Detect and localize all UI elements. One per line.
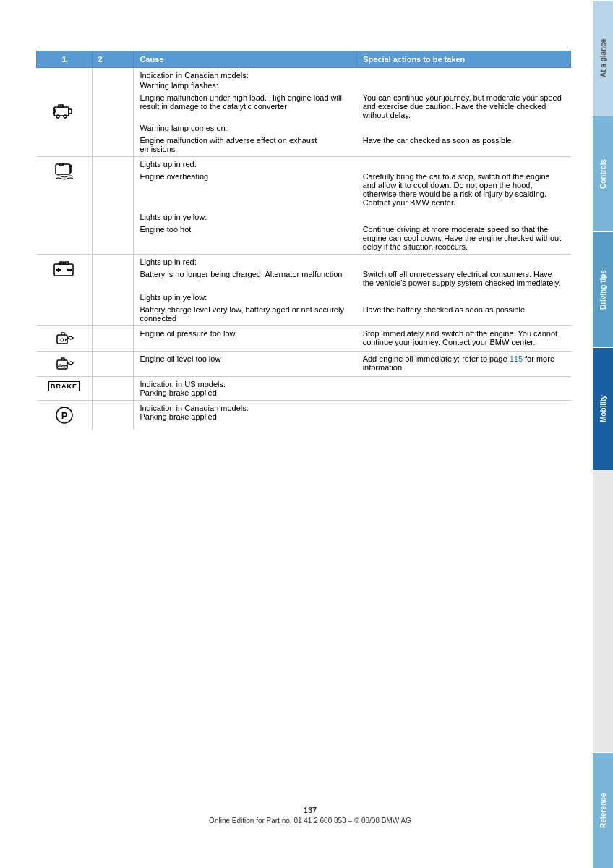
battery-icon (53, 260, 76, 278)
icon-cell-oil-pressure (37, 326, 93, 352)
table-row: BRAKE Indication in US models: Parking b… (37, 377, 571, 401)
icon-cell-battery (37, 255, 93, 326)
engine-check-icon (53, 102, 76, 121)
action-lights-yellow-2 (357, 290, 571, 302)
cause-engine-overheat: Engine overheating (134, 169, 357, 210)
table-row: P Indication in Canadian models: Parking… (37, 401, 571, 430)
cause-battery-charge-low: Battery charge level very low, battery a… (134, 302, 357, 326)
cause-brake-us: Indication in US models: Parking brake a… (134, 377, 357, 401)
action-brake-canada (357, 401, 571, 430)
cause-lights-red-1: Lights up in red: (134, 157, 357, 170)
col2-brake-us (92, 377, 134, 401)
header-action: Special actions to be taken (357, 51, 571, 68)
action-lights-red-1 (357, 157, 571, 170)
table-row: Lights up in red: (37, 255, 571, 268)
action-engine-malfunction-1: You can continue your journey, but moder… (357, 90, 571, 122)
sidebar-tab-controls[interactable]: Controls (593, 116, 613, 231)
sidebar-tab-mobility[interactable]: Mobility (593, 347, 613, 470)
cause-lights-yellow-1: Lights up in yellow: (134, 210, 357, 222)
header-col2: 2 (92, 51, 134, 68)
action-lights-yellow-1 (357, 210, 571, 222)
footer-text: Online Edition for Part no. 01 41 2 600 … (36, 817, 584, 825)
svg-point-5 (64, 115, 67, 118)
warning-table: 1 2 Cause Special actions to be taken (36, 51, 571, 430)
table-row: Indication in Canadian models: (37, 68, 571, 81)
icon-cell-oil-level (37, 352, 93, 377)
action-battery-not-charged: Switch off all unnecessary electrical co… (357, 267, 571, 290)
svg-rect-12 (65, 262, 69, 265)
page-link-115[interactable]: 115 (510, 354, 523, 363)
brake-text-icon: BRAKE (48, 381, 80, 391)
sidebar: At a glance Controls Driving tips Mobili… (593, 0, 613, 868)
svg-point-4 (56, 115, 59, 118)
table-row: Lights up in red: (37, 157, 571, 170)
sidebar-tab-reference[interactable]: Reference (593, 752, 613, 868)
action-canada-heading (357, 68, 571, 81)
action-oil-level: Add engine oil immediately; refer to pag… (357, 352, 571, 377)
cause-engine-exhaust: Engine malfunction with adverse effect o… (134, 133, 357, 157)
engine-temp-icon (53, 163, 76, 183)
col2-engine-check (92, 68, 134, 157)
action-oil-pressure: Stop immediately and switch off the engi… (357, 326, 571, 352)
action-engine-overheat: Carefully bring the car to a stop, switc… (357, 169, 571, 210)
cause-lights-yellow-2: Lights up in yellow: (134, 290, 357, 302)
col2-engine-temp (92, 157, 134, 255)
svg-text:P: P (61, 410, 67, 421)
oil-pressure-icon (53, 329, 76, 346)
svg-point-16 (61, 339, 64, 341)
sidebar-tab-at-glance[interactable]: At a glance (593, 0, 613, 116)
cause-engine-too-hot: Engine too hot (134, 222, 357, 255)
action-warning-on (357, 122, 571, 133)
cause-canada-heading: Indication in Canadian models: (134, 68, 357, 81)
action-warning-flash (357, 80, 571, 90)
oil-level-icon (53, 354, 76, 372)
action-engine-exhaust: Have the car checked as soon as possible… (357, 133, 571, 157)
action-lights-red-2 (357, 255, 571, 268)
table-row: Engine oil level too low Add engine oil … (37, 352, 571, 377)
action-engine-too-hot: Continue driving at more moderate speed … (357, 222, 571, 255)
page-number: 137 (36, 806, 584, 814)
page-container: At a glance Controls Driving tips Mobili… (0, 0, 613, 868)
cause-warning-on: Warning lamp comes on: (134, 122, 357, 133)
action-battery-charge-low: Have the battery checked as soon as poss… (357, 302, 571, 326)
header-col1: 1 (37, 51, 93, 68)
svg-rect-1 (59, 105, 63, 108)
icon-cell-engine-check (37, 68, 93, 157)
icon-cell-brake-us: BRAKE (37, 377, 93, 401)
col2-brake-canada (92, 401, 134, 430)
cause-brake-canada: Indication in Canadian models: Parking b… (134, 401, 357, 430)
svg-rect-0 (54, 107, 69, 116)
cause-battery-not-charged: Battery is no longer being charged. Alte… (134, 267, 357, 290)
table-row: Engine oil pressure too low Stop immedia… (37, 326, 571, 352)
brake-circle-icon: P (54, 405, 74, 425)
col2-oil-level (92, 352, 134, 377)
cause-engine-malfunction-1: Engine malfunction under high load. High… (134, 90, 357, 122)
page-footer: 137 Online Edition for Part no. 01 41 2 … (36, 806, 584, 825)
cause-oil-pressure: Engine oil pressure too low (134, 326, 357, 352)
header-cause: Cause (134, 51, 357, 68)
cause-warning-flash: Warning lamp flashes: (134, 80, 357, 90)
sidebar-tab-driving[interactable]: Driving tips (593, 231, 613, 347)
svg-rect-2 (69, 109, 72, 114)
col2-battery (92, 255, 134, 326)
cause-lights-red-2: Lights up in red: (134, 255, 357, 268)
sidebar-spacer (593, 470, 613, 752)
icon-cell-brake-canada: P (37, 401, 93, 430)
action-brake-us (357, 377, 571, 401)
icon-cell-engine-temp (37, 157, 93, 255)
main-content: 1 2 Cause Special actions to be taken (0, 0, 593, 459)
svg-rect-11 (60, 262, 64, 265)
cause-oil-level: Engine oil level too low (134, 352, 357, 377)
col2-oil-pressure (92, 326, 134, 352)
